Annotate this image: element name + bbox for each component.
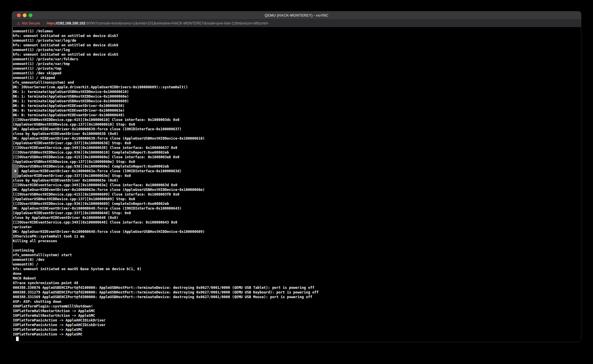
terminal-line: DK: AppleUserHIDEventDriver-0x10000063e:… [13,169,319,173]
terminal-line: unmount(1) /private/var/log [13,48,319,52]
terminal-line: DK: 1: terminate(AppleUserUSBHostHIDDevi… [13,89,319,94]
terminal-output: unmount(1) /Volumeshfs: unmount initiate… [13,29,319,337]
terminal-line: [AppleUserHIDEventDriver.cpp:337][0x1000… [13,211,319,215]
terminal-line: [[IOUserUSBHostHIDDevice.cpp:936][0x1000… [13,164,319,169]
terminal-line: [AppleUserHIDEventDriver.cpp:337][0x1000… [13,173,319,178]
console-left-border [12,27,13,265]
chevron-right-icon [15,170,17,173]
terminal-line: IOPlatformPanicAction -> AppleSMC [13,327,319,332]
terminal-line: unmount(1) /Volumes [13,29,319,34]
terminal-line: unmount(1) /private/tmp [13,66,319,71]
terminal-line: DK: IOUserServer(com.apple.driverkit.App… [13,85,319,89]
url-host: ://192.168.100.102 [55,21,85,25]
terminal-line: [[IOUserUSBHostHIDDevice.cpp:936][0x1000… [13,150,319,155]
browser-window: QEMU (HACK-MONTEREY) - noVNC ⚠ Not Secur… [12,11,581,342]
terminal-cursor [16,337,19,341]
terminal-line: GTrace synchronization point 48 [13,281,319,285]
terminal-line: X86PlatformPlugin::systemWillShutdown! [13,304,319,309]
terminal-line: close by AppleUserHIDEventDriver 0x10000… [13,215,319,220]
terminal-line: [AppleUserUSBHostHIDDevice.cpp:137][0x10… [13,197,319,201]
terminal-line [13,243,319,248]
terminal-line: vfs_unmountall(system) start [13,253,319,257]
terminal-line: IOServicePH::systemHalt took 11 ms [13,234,319,239]
window-title: QEMU (HACK-MONTEREY) - noVNC [12,11,581,20]
address-bar-separator [43,21,43,25]
security-status-label: Not Secure [22,21,40,25]
terminal-line: MACH Reboot [13,276,319,281]
terminal-line: [AppleUserHIDEventDriver.cpp:337][0x1000… [13,141,319,145]
terminal-line: Killing all processes [13,239,319,243]
terminal-line: hfs: unmount initiated on untitled on de… [13,34,319,38]
terminal-line: IOPlatformPanicAction -> AppleSMC [13,332,319,337]
terminal-line: DK: 0: terminate(AppleUserHIDEventDriver… [13,108,319,113]
terminal-line: DK: 0: terminate(AppleUserHIDEventDriver… [13,103,319,108]
terminal-line: 000388.331279 AppleUSBEHCIPort@fd200000:… [13,290,319,295]
terminal-line: unmount(1) /dev skipped [13,71,319,75]
url-path: :8006/?console=kvm&novnc=1&vmid=101&vmna… [85,21,268,25]
terminal-line: unmount(1) / skipped [13,75,319,80]
terminal-line: close by AppleUserHIDEventDriver 0x10000… [13,178,319,183]
novnc-control-bar-handle[interactable] [12,164,18,178]
terminal-line: unmount(1) /private/var/log/dm [13,38,319,43]
vnc-screen[interactable]: unmount(1) /Volumeshfs: unmount initiate… [12,27,581,342]
terminal-line: [[IOUserUSBHostHIDDevice.cpp:415][0x1000… [13,117,319,122]
terminal-line: [AppleUserUSBHostHIDDevice.cpp:137][0x10… [13,122,319,127]
terminal-line: ASP: ASP: shutting down [13,299,319,304]
terminal-line: hfs: unmount initiated on macOS Base Sys… [13,267,319,271]
terminal-line: DK: AppleUserHIDEventDriver-0x10000063e:… [13,187,319,192]
terminal-line: <private> [13,225,319,229]
terminal-line: DK: AppleUserHIDEventDriver-0x100000638:… [13,127,319,131]
terminal-line: close by AppleUserHIDEventDriver 0x10000… [13,131,319,136]
url-scheme: https [47,21,55,25]
terminal-line: IOPlatformHaltRestartAction -> AppleSMC [13,309,319,313]
terminal-line: DK: 0: terminate(AppleUserHIDEventDriver… [13,113,319,117]
terminal-line: hfs: unmount initiated on untitled on de… [13,52,319,57]
terminal-line: 000388.330876 AppleUSBEHCIPort@fd100000:… [13,285,319,290]
terminal-line: IOPlatformPanicAction -> AppleAHCIDiskDr… [13,323,319,327]
terminal-line: [[IOUserHIDEventService.cpp:349][0x10000… [13,145,319,150]
warning-triangle-icon: ⚠ [17,22,20,25]
terminal-line: DK: AppleUserHIDEventDriver-0x100000648:… [13,206,319,211]
terminal-line: [[IOUserUSBHostHIDDevice.cpp:415][0x1000… [13,155,319,159]
terminal-line: unmount(0) / [13,262,319,267]
terminal-line: [[IOUserHIDEventService.cpp:349][0x10000… [13,220,319,225]
terminal-line: [[IOUserUSBHostHIDDevice.cpp:415][0x1000… [13,192,319,197]
terminal-line: done [13,271,319,276]
terminal-line: IOPlatformPanicAction -> AppleAHCIDiskDr… [13,318,319,323]
terminal-line: 000388.331569 AppleUSBEHCIPort@fd300000:… [13,295,319,299]
security-status-chip[interactable]: ⚠ Not Secure [17,21,40,25]
terminal-line: [[IOUserUSBHostHIDDevice.cpp:936][0x1000… [13,201,319,206]
url-field[interactable]: https://192.168.100.102:8006/?console=kv… [47,21,268,25]
terminal-line: IOPlatformHaltRestartAction -> AppleSMC [13,313,319,318]
window-titlebar[interactable]: QEMU (HACK-MONTEREY) - noVNC [12,11,581,20]
terminal-line: unmount(1) /private/var/tmp [13,61,319,66]
terminal-line: unmount(0) /dev [13,257,319,262]
terminal-line: DK: AppleUserHIDEventDriver-0x100000648:… [13,229,319,234]
terminal-line: continuing [13,248,319,253]
terminal-line: vfs_unmountall(nonsystem) end [13,80,319,85]
terminal-line: DK: AppleUserHIDEventDriver-0x100000638:… [13,136,319,141]
terminal-line: DK: 1: terminate(AppleUserUSBHostHIDDevi… [13,99,319,103]
terminal-line: DK: 1: terminate(AppleUserUSBHostHIDDevi… [13,94,319,99]
terminal-line: [AppleUserUSBHostHIDDevice.cpp:137][0x10… [13,159,319,164]
terminal-line: unmount(1) /private/var/folders [13,57,319,61]
address-bar[interactable]: ⚠ Not Secure https://192.168.100.102:800… [12,20,581,27]
terminal-line: [[IOUserHIDEventService.cpp:349][0x10000… [13,183,319,187]
terminal-line: hfs: unmount initiated on untitled on de… [13,43,319,48]
